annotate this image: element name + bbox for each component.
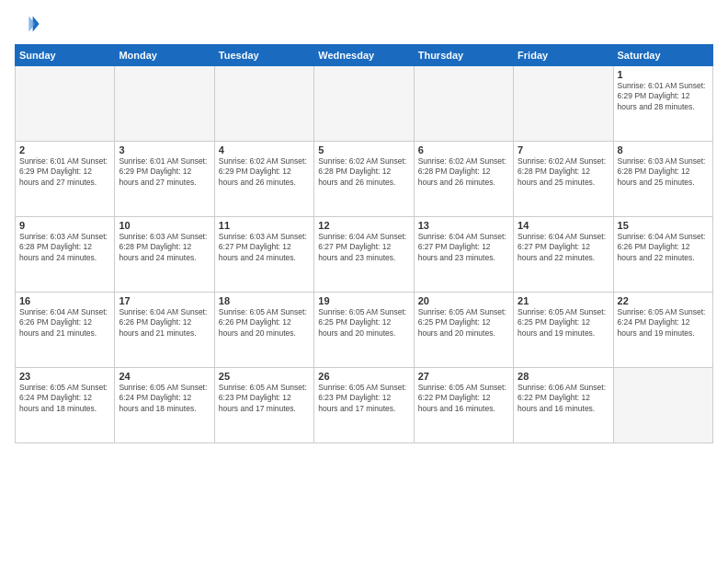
day-number: 9 [19, 220, 110, 231]
day-info: Sunrise: 6:02 AM Sunset: 6:28 PM Dayligh… [418, 156, 509, 188]
day-number: 5 [318, 144, 409, 155]
calendar-cell-w4d4: 20Sunrise: 6:05 AM Sunset: 6:25 PM Dayli… [414, 293, 513, 368]
logo [15, 11, 42, 37]
day-number: 24 [119, 371, 210, 382]
weekday-header-thursday: Thursday [414, 45, 513, 66]
day-info: Sunrise: 6:05 AM Sunset: 6:25 PM Dayligh… [318, 307, 409, 339]
day-number: 13 [418, 220, 509, 231]
day-number: 10 [119, 220, 210, 231]
calendar-cell-w5d6 [613, 368, 712, 443]
calendar-cell-w2d1: 3Sunrise: 6:01 AM Sunset: 6:29 PM Daylig… [115, 142, 214, 217]
day-number: 25 [219, 371, 310, 382]
header [15, 11, 713, 37]
day-info: Sunrise: 6:05 AM Sunset: 6:24 PM Dayligh… [119, 383, 210, 414]
calendar-cell-w5d3: 26Sunrise: 6:05 AM Sunset: 6:23 PM Dayli… [314, 368, 414, 443]
weekday-header-sunday: Sunday [16, 45, 115, 66]
calendar-cell-w2d3: 5Sunrise: 6:02 AM Sunset: 6:28 PM Daylig… [314, 142, 414, 217]
calendar-cell-w5d5: 28Sunrise: 6:06 AM Sunset: 6:22 PM Dayli… [514, 368, 613, 443]
week-row-3: 9Sunrise: 6:03 AM Sunset: 6:28 PM Daylig… [16, 217, 713, 293]
calendar-cell-w2d5: 7Sunrise: 6:02 AM Sunset: 6:28 PM Daylig… [514, 142, 613, 217]
calendar-cell-w5d0: 23Sunrise: 6:05 AM Sunset: 6:24 PM Dayli… [16, 368, 115, 443]
calendar-cell-w3d1: 10Sunrise: 6:03 AM Sunset: 6:28 PM Dayli… [115, 217, 214, 293]
day-info: Sunrise: 6:03 AM Sunset: 6:28 PM Dayligh… [119, 232, 210, 263]
calendar-cell-w4d5: 21Sunrise: 6:05 AM Sunset: 6:25 PM Dayli… [514, 293, 613, 368]
day-info: Sunrise: 6:04 AM Sunset: 6:26 PM Dayligh… [19, 307, 110, 339]
day-number: 11 [219, 220, 310, 231]
calendar-cell-w5d1: 24Sunrise: 6:05 AM Sunset: 6:24 PM Dayli… [115, 368, 214, 443]
day-info: Sunrise: 6:03 AM Sunset: 6:28 PM Dayligh… [19, 232, 110, 263]
day-info: Sunrise: 6:05 AM Sunset: 6:23 PM Dayligh… [219, 383, 310, 414]
calendar-body: 1Sunrise: 6:01 AM Sunset: 6:29 PM Daylig… [16, 66, 713, 443]
day-info: Sunrise: 6:05 AM Sunset: 6:24 PM Dayligh… [19, 383, 110, 414]
day-number: 27 [418, 371, 509, 382]
day-info: Sunrise: 6:04 AM Sunset: 6:27 PM Dayligh… [518, 232, 609, 263]
calendar-cell-w3d2: 11Sunrise: 6:03 AM Sunset: 6:27 PM Dayli… [214, 217, 313, 293]
day-number: 18 [219, 295, 310, 306]
day-info: Sunrise: 6:02 AM Sunset: 6:28 PM Dayligh… [318, 156, 409, 188]
calendar-cell-w5d2: 25Sunrise: 6:05 AM Sunset: 6:23 PM Dayli… [214, 368, 313, 443]
logo-icon [15, 11, 40, 37]
day-info: Sunrise: 6:05 AM Sunset: 6:23 PM Dayligh… [318, 383, 409, 414]
calendar-cell-w1d0 [16, 66, 115, 142]
day-number: 1 [618, 69, 709, 80]
calendar-cell-w3d6: 15Sunrise: 6:04 AM Sunset: 6:26 PM Dayli… [613, 217, 712, 293]
calendar-cell-w1d6: 1Sunrise: 6:01 AM Sunset: 6:29 PM Daylig… [613, 66, 712, 142]
day-info: Sunrise: 6:05 AM Sunset: 6:26 PM Dayligh… [219, 307, 310, 339]
calendar-cell-w4d3: 19Sunrise: 6:05 AM Sunset: 6:25 PM Dayli… [314, 293, 414, 368]
day-number: 19 [318, 295, 409, 306]
calendar-cell-w4d1: 17Sunrise: 6:04 AM Sunset: 6:26 PM Dayli… [115, 293, 214, 368]
calendar-cell-w1d5 [514, 66, 613, 142]
calendar-cell-w4d6: 22Sunrise: 6:05 AM Sunset: 6:24 PM Dayli… [613, 293, 712, 368]
day-number: 26 [318, 371, 409, 382]
calendar-cell-w1d3 [314, 66, 414, 142]
day-info: Sunrise: 6:01 AM Sunset: 6:29 PM Dayligh… [119, 156, 210, 188]
day-info: Sunrise: 6:04 AM Sunset: 6:26 PM Dayligh… [119, 307, 210, 339]
day-info: Sunrise: 6:05 AM Sunset: 6:24 PM Dayligh… [618, 307, 709, 339]
day-number: 23 [19, 371, 110, 382]
week-row-5: 23Sunrise: 6:05 AM Sunset: 6:24 PM Dayli… [16, 368, 713, 443]
day-info: Sunrise: 6:04 AM Sunset: 6:27 PM Dayligh… [418, 232, 509, 263]
calendar-cell-w2d6: 8Sunrise: 6:03 AM Sunset: 6:28 PM Daylig… [613, 142, 712, 217]
weekday-header-wednesday: Wednesday [314, 45, 414, 66]
weekday-header-tuesday: Tuesday [214, 45, 313, 66]
day-info: Sunrise: 6:01 AM Sunset: 6:29 PM Dayligh… [618, 81, 709, 112]
day-number: 8 [618, 144, 709, 155]
day-info: Sunrise: 6:06 AM Sunset: 6:22 PM Dayligh… [518, 383, 609, 414]
day-number: 6 [418, 144, 509, 155]
day-info: Sunrise: 6:02 AM Sunset: 6:29 PM Dayligh… [219, 156, 310, 188]
day-number: 21 [518, 295, 609, 306]
calendar-table: SundayMondayTuesdayWednesdayThursdayFrid… [15, 44, 713, 443]
week-row-2: 2Sunrise: 6:01 AM Sunset: 6:29 PM Daylig… [16, 142, 713, 217]
calendar-cell-w3d5: 14Sunrise: 6:04 AM Sunset: 6:27 PM Dayli… [514, 217, 613, 293]
calendar-cell-w4d2: 18Sunrise: 6:05 AM Sunset: 6:26 PM Dayli… [214, 293, 313, 368]
calendar-cell-w2d0: 2Sunrise: 6:01 AM Sunset: 6:29 PM Daylig… [16, 142, 115, 217]
day-info: Sunrise: 6:05 AM Sunset: 6:25 PM Dayligh… [418, 307, 509, 339]
day-number: 14 [518, 220, 609, 231]
calendar-cell-w5d4: 27Sunrise: 6:05 AM Sunset: 6:22 PM Dayli… [414, 368, 513, 443]
week-row-1: 1Sunrise: 6:01 AM Sunset: 6:29 PM Daylig… [16, 66, 713, 142]
day-info: Sunrise: 6:05 AM Sunset: 6:25 PM Dayligh… [518, 307, 609, 339]
calendar-cell-w3d0: 9Sunrise: 6:03 AM Sunset: 6:28 PM Daylig… [16, 217, 115, 293]
calendar-cell-w1d4 [414, 66, 513, 142]
weekday-header-row: SundayMondayTuesdayWednesdayThursdayFrid… [16, 45, 713, 66]
day-info: Sunrise: 6:03 AM Sunset: 6:28 PM Dayligh… [618, 156, 709, 188]
weekday-header-monday: Monday [115, 45, 214, 66]
week-row-4: 16Sunrise: 6:04 AM Sunset: 6:26 PM Dayli… [16, 293, 713, 368]
calendar-header: SundayMondayTuesdayWednesdayThursdayFrid… [16, 45, 713, 66]
day-number: 12 [318, 220, 409, 231]
day-number: 15 [618, 220, 709, 231]
calendar-cell-w4d0: 16Sunrise: 6:04 AM Sunset: 6:26 PM Dayli… [16, 293, 115, 368]
calendar-cell-w1d2 [214, 66, 313, 142]
day-number: 20 [418, 295, 509, 306]
day-number: 3 [119, 144, 210, 155]
page: SundayMondayTuesdayWednesdayThursdayFrid… [0, 0, 728, 563]
calendar-cell-w2d4: 6Sunrise: 6:02 AM Sunset: 6:28 PM Daylig… [414, 142, 513, 217]
day-info: Sunrise: 6:04 AM Sunset: 6:27 PM Dayligh… [318, 232, 409, 263]
calendar-cell-w3d4: 13Sunrise: 6:04 AM Sunset: 6:27 PM Dayli… [414, 217, 513, 293]
day-number: 22 [618, 295, 709, 306]
day-number: 2 [19, 144, 110, 155]
day-info: Sunrise: 6:05 AM Sunset: 6:22 PM Dayligh… [418, 383, 509, 414]
day-info: Sunrise: 6:04 AM Sunset: 6:26 PM Dayligh… [618, 232, 709, 263]
day-number: 16 [19, 295, 110, 306]
calendar-cell-w1d1 [115, 66, 214, 142]
